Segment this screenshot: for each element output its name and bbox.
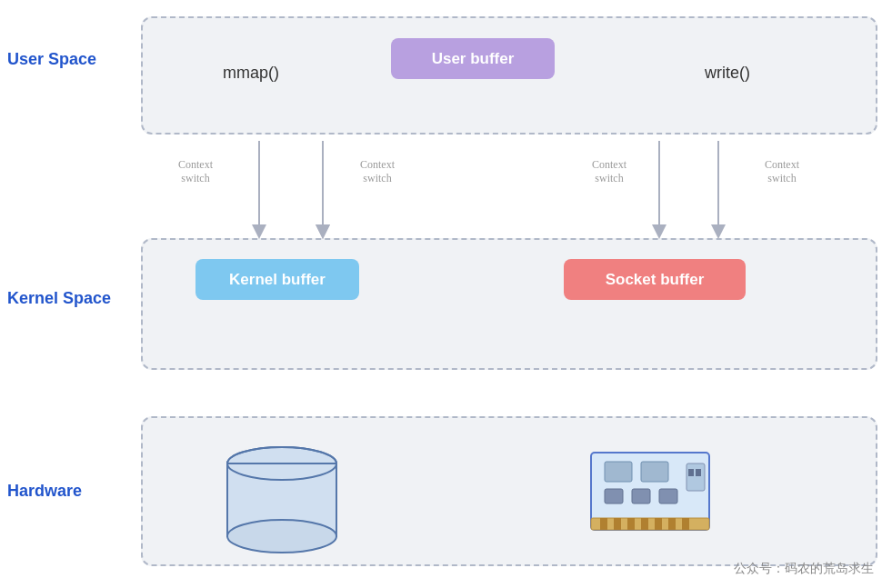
- write-label: write(): [705, 64, 750, 83]
- kernel-space-box: [141, 238, 877, 370]
- svg-text:Context: Context: [765, 158, 800, 171]
- kernel-buffer: Kernel buffer: [195, 259, 359, 300]
- kernel-space-label: Kernel Space: [7, 289, 111, 308]
- svg-text:switch: switch: [363, 172, 391, 184]
- svg-text:switch: switch: [767, 172, 796, 184]
- svg-text:switch: switch: [595, 172, 623, 184]
- hardware-box: [141, 416, 877, 566]
- mmap-label: mmap(): [223, 64, 279, 83]
- svg-text:Context: Context: [592, 158, 627, 171]
- socket-buffer: Socket buffer: [564, 259, 746, 300]
- svg-text:Context: Context: [360, 158, 396, 171]
- watermark: 公众号：码农的荒岛求生: [734, 561, 874, 577]
- svg-text:Context: Context: [178, 158, 214, 171]
- hardware-label: Hardware: [7, 482, 82, 501]
- diagram-container: User Space Kernel Space Hardware User bu…: [0, 0, 892, 588]
- svg-text:switch: switch: [181, 172, 209, 184]
- user-space-label: User Space: [7, 50, 96, 69]
- user-buffer: User buffer: [391, 38, 555, 79]
